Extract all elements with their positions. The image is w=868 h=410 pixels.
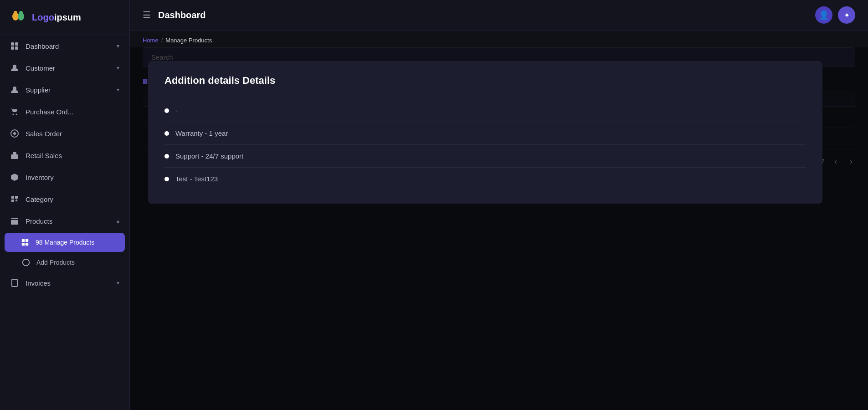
svg-point-11 (16, 114, 17, 115)
topbar: ☰ Dashboard 👤 ✦ (130, 0, 868, 31)
logo-text: Logoipsum (32, 12, 81, 23)
modal-list-item-2: Support - 24/7 support (164, 145, 806, 168)
category-label: Category (26, 195, 53, 203)
user-avatar[interactable]: 👤 (815, 6, 832, 24)
sidebar-item-products[interactable]: Products ▴ (0, 210, 129, 232)
modal-item-label-2: Support - 24/7 support (175, 152, 243, 160)
sidebar: Logoipsum Dashboard ▾ Customer ▾ (0, 0, 130, 410)
breadcrumb-current: Manage Products (165, 37, 212, 44)
manage-products-label: 98 Manage Products (36, 239, 94, 246)
sales-order-icon (10, 129, 19, 138)
svg-rect-20 (12, 279, 17, 287)
bullet-icon-2 (164, 154, 169, 159)
breadcrumb-separator: / (161, 37, 163, 44)
retail-sales-label: Retail Sales (26, 152, 62, 159)
svg-rect-14 (11, 154, 18, 159)
breadcrumb-home[interactable]: Home (143, 37, 159, 44)
svg-rect-16 (26, 239, 28, 242)
sparkle-button[interactable]: ✦ (838, 6, 855, 24)
svg-rect-17 (22, 243, 25, 246)
svg-rect-18 (26, 243, 28, 246)
bullet-icon-0 (164, 108, 169, 113)
supplier-chevron: ▾ (117, 87, 119, 93)
dashboard-label: Dashboard (26, 42, 59, 50)
svg-point-3 (19, 11, 23, 15)
sidebar-item-manage-products[interactable]: 98 Manage Products (5, 233, 125, 252)
sidebar-item-supplier[interactable]: Supplier ▾ (0, 79, 129, 101)
bullet-icon-1 (164, 131, 169, 136)
avatar-icon: 👤 (819, 10, 829, 20)
sidebar-item-dashboard[interactable]: Dashboard ▾ (0, 35, 129, 57)
purchase-orders-icon (10, 107, 19, 116)
svg-rect-15 (22, 239, 25, 242)
customer-chevron: ▾ (117, 65, 119, 71)
svg-rect-5 (15, 42, 18, 46)
modal-item-label-0: - (175, 107, 178, 114)
svg-point-2 (14, 11, 17, 15)
sidebar-item-purchase-orders[interactable]: Purchase Ord... (0, 101, 129, 123)
modal-list-item-1: Warranty - 1 year (164, 122, 806, 145)
svg-rect-4 (11, 42, 14, 46)
purchase-orders-label: Purchase Ord... (26, 108, 73, 116)
bullet-icon-3 (164, 177, 169, 181)
modal-item-label-1: Warranty - 1 year (175, 129, 228, 137)
modal-item-label-3: Test - Test123 (175, 175, 218, 183)
invoices-icon (10, 278, 19, 287)
supplier-label: Supplier (26, 86, 51, 94)
modal-list-item-0: - (164, 99, 806, 122)
modal-list-item-3: Test - Test123 (164, 168, 806, 190)
sidebar-item-inventory[interactable]: Inventory (0, 166, 129, 188)
logo-icon (9, 8, 27, 26)
svg-point-19 (23, 259, 29, 266)
modal-title: Addition details Details (164, 75, 806, 87)
inventory-label: Inventory (26, 174, 54, 181)
dashboard-chevron: ▾ (117, 43, 119, 49)
main-content: ☰ Dashboard 👤 ✦ Home / Manage Products (130, 0, 868, 410)
manage-products-icon (21, 238, 29, 246)
modal-panel: Addition details Details - Warranty - 1 … (148, 61, 822, 204)
svg-point-8 (13, 65, 16, 68)
svg-point-10 (13, 114, 14, 115)
sales-order-label: Sales Order (26, 130, 62, 138)
products-label: Products (26, 217, 52, 225)
content-area: COLUMNS FILTERS DENSITY E (130, 47, 868, 410)
inventory-icon (10, 173, 19, 182)
products-chevron: ▴ (117, 218, 119, 224)
sidebar-item-add-products[interactable]: Add Products (0, 253, 129, 272)
sidebar-item-sales-order[interactable]: Sales Order (0, 123, 129, 144)
sidebar-item-customer[interactable]: Customer ▾ (0, 57, 129, 79)
logo: Logoipsum (0, 0, 129, 35)
svg-rect-7 (15, 46, 18, 50)
invoices-chevron: ▾ (117, 280, 119, 286)
customer-icon (10, 63, 19, 72)
topbar-title: Dashboard (158, 10, 205, 20)
sparkle-icon: ✦ (844, 11, 850, 20)
retail-sales-icon (10, 151, 19, 160)
sidebar-item-category[interactable]: Category (0, 188, 129, 210)
products-icon (10, 216, 19, 226)
sidebar-item-invoices[interactable]: Invoices ▾ (0, 272, 129, 294)
hamburger-menu[interactable]: ☰ (143, 10, 151, 20)
modal-list: - Warranty - 1 year Support - 24/7 suppo… (164, 99, 806, 190)
svg-rect-6 (11, 46, 14, 50)
breadcrumb: Home / Manage Products (130, 31, 868, 47)
invoices-label: Invoices (26, 279, 51, 287)
supplier-icon (10, 85, 19, 94)
add-products-icon (22, 258, 30, 266)
svg-point-9 (13, 87, 16, 90)
dashboard-icon (10, 41, 19, 51)
customer-label: Customer (26, 64, 55, 72)
add-products-label: Add Products (36, 259, 75, 266)
sidebar-item-retail-sales[interactable]: Retail Sales (0, 144, 129, 166)
svg-point-13 (13, 132, 16, 135)
category-icon (10, 195, 19, 204)
